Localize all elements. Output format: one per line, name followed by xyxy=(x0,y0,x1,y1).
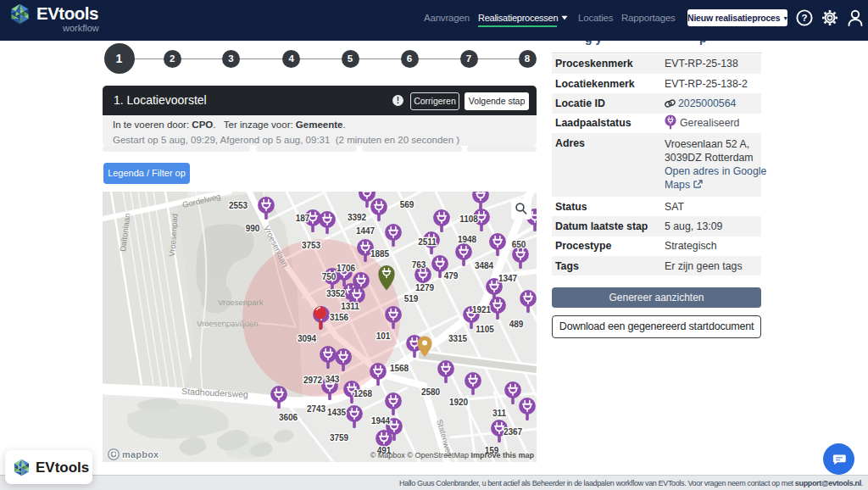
svg-text:1108: 1108 xyxy=(459,214,478,224)
svg-text:3606: 3606 xyxy=(279,413,298,422)
svg-text:3315: 3315 xyxy=(448,334,468,343)
svg-text:1948: 1948 xyxy=(458,235,477,244)
svg-text:1944: 1944 xyxy=(371,416,391,426)
svg-text:1347: 1347 xyxy=(498,274,518,283)
svg-text:3156: 3156 xyxy=(330,313,349,322)
svg-text:750: 750 xyxy=(322,272,337,281)
svg-text:1268: 1268 xyxy=(353,389,373,398)
svg-text:569: 569 xyxy=(400,200,415,209)
svg-text:101: 101 xyxy=(376,331,391,341)
svg-text:?: ? xyxy=(801,13,807,23)
svg-text:489: 489 xyxy=(509,320,524,329)
svg-text:3094: 3094 xyxy=(298,334,317,343)
svg-text:3392: 3392 xyxy=(348,213,367,222)
svg-text:763: 763 xyxy=(412,260,426,270)
svg-text:mapbox: mapbox xyxy=(122,449,159,459)
svg-text:3352: 3352 xyxy=(326,289,346,298)
svg-text:3753: 3753 xyxy=(302,241,321,250)
svg-text:1447: 1447 xyxy=(356,226,376,236)
svg-text:1921: 1921 xyxy=(472,305,492,315)
svg-text:© Mapbox © OpenStreetMap Impro: © Mapbox © OpenStreetMap Improve this ma… xyxy=(370,451,535,459)
svg-text:1568: 1568 xyxy=(390,364,409,373)
svg-text:519: 519 xyxy=(404,294,419,303)
svg-text:2511: 2511 xyxy=(418,237,437,247)
svg-text:1279: 1279 xyxy=(415,283,435,292)
svg-text:650: 650 xyxy=(512,240,526,249)
svg-text:311: 311 xyxy=(492,409,507,418)
svg-text:3759: 3759 xyxy=(330,433,349,443)
svg-text:2553: 2553 xyxy=(229,201,248,210)
svg-text:Vroesenpark: Vroesenpark xyxy=(218,298,264,307)
svg-text:187: 187 xyxy=(296,214,310,223)
svg-text:1435: 1435 xyxy=(327,408,347,417)
svg-text:2367: 2367 xyxy=(504,427,523,437)
svg-text:1311: 1311 xyxy=(341,302,359,311)
svg-text:Vroesenpaviljoen: Vroesenpaviljoen xyxy=(197,319,259,328)
svg-text:3484: 3484 xyxy=(475,261,494,270)
svg-text:1706: 1706 xyxy=(337,264,356,273)
svg-text:1885: 1885 xyxy=(370,249,390,259)
svg-text:2580: 2580 xyxy=(421,387,441,397)
svg-text:343: 343 xyxy=(326,375,340,384)
svg-text:990: 990 xyxy=(246,224,260,233)
svg-text:1920: 1920 xyxy=(449,398,469,407)
svg-text:2743: 2743 xyxy=(307,404,326,414)
svg-text:2972: 2972 xyxy=(303,376,323,385)
svg-text:1105: 1105 xyxy=(476,325,494,334)
svg-text:479: 479 xyxy=(444,271,459,281)
